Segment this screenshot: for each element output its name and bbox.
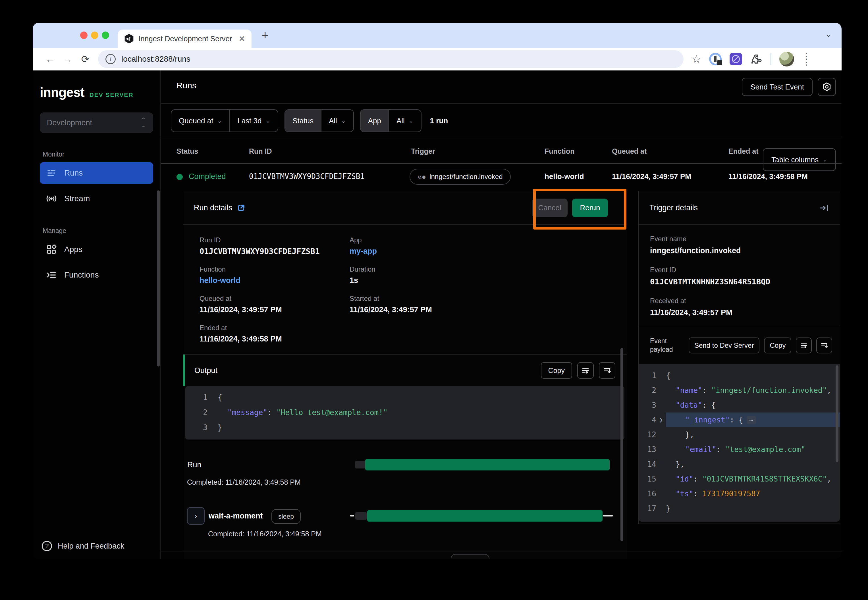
sidebar: inngest DEV SERVER Development ⌃⌄ Monito… bbox=[33, 70, 161, 559]
settings-button[interactable] bbox=[818, 78, 836, 96]
external-link-icon[interactable] bbox=[237, 204, 245, 212]
row-ended-at: 11/16/2024, 3:49:58 PM bbox=[728, 172, 808, 181]
rerun-button[interactable]: Rerun bbox=[572, 198, 608, 217]
output-copy-button[interactable]: Copy bbox=[541, 362, 572, 379]
field-label: Function bbox=[200, 265, 350, 273]
time-range-label: Last 3d bbox=[237, 117, 261, 125]
output-section: Output Copy 1{2"message": "Hello test@ex… bbox=[183, 354, 627, 439]
help-and-feedback[interactable]: ? Help and Feedback bbox=[42, 541, 124, 551]
payload-wrap-text-button[interactable] bbox=[796, 338, 812, 353]
sidebar-item-runs[interactable]: Runs bbox=[40, 162, 153, 184]
timeline-run-bar[interactable] bbox=[365, 459, 610, 470]
toolbar-separator bbox=[771, 53, 771, 65]
send-test-event-button[interactable]: Send Test Event bbox=[742, 78, 813, 96]
timeline-step-bar[interactable] bbox=[367, 510, 602, 521]
code-line: 3"data": { bbox=[639, 398, 840, 412]
sidebar-item-stream[interactable]: Stream bbox=[40, 188, 153, 209]
collapse-panel-icon[interactable] bbox=[819, 203, 829, 213]
sidebar-item-functions[interactable]: Functions bbox=[40, 264, 153, 286]
bookmark-star-icon[interactable]: ☆ bbox=[692, 53, 701, 65]
app-filter-label: App bbox=[361, 110, 388, 132]
purple-extension-icon[interactable] bbox=[730, 53, 742, 65]
filter-bar: Queued at⌄ Last 3d⌄ Status All⌄ App All⌄… bbox=[161, 109, 842, 132]
timeline-step-stub bbox=[355, 512, 367, 520]
environment-label: Development bbox=[47, 118, 92, 127]
browser-window: Inngest Development Server ✕ + ⌄ ← → ⟳ i… bbox=[33, 23, 842, 559]
event-payload-code-block: 1{2"name": "inngest/function.invoked",3"… bbox=[639, 364, 840, 521]
forward-icon[interactable]: → bbox=[59, 54, 76, 65]
window-zoom-button[interactable] bbox=[102, 32, 109, 39]
table-row[interactable]: Completed 01JCVBTMV3WXY9D3CFDEJFZSB1 «● … bbox=[161, 164, 842, 189]
send-to-dev-server-button[interactable]: Send to Dev Server bbox=[689, 338, 759, 353]
run-details-panel: Run details Cancel Rerun Run ID01JCVBTMV… bbox=[183, 191, 627, 559]
browser-tab[interactable]: Inngest Development Server ✕ bbox=[118, 30, 252, 48]
collapsed-chevron-icon[interactable]: ❯ bbox=[656, 417, 666, 423]
password-manager-extension-icon[interactable] bbox=[709, 53, 722, 65]
site-info-icon[interactable]: i bbox=[105, 54, 116, 64]
wrap-text-button[interactable] bbox=[577, 362, 594, 379]
new-tab-button[interactable]: + bbox=[262, 29, 268, 42]
sidebar-item-label: Runs bbox=[64, 168, 83, 177]
expand-lines-button[interactable] bbox=[599, 362, 615, 379]
sidebar-item-apps[interactable]: Apps bbox=[40, 239, 153, 260]
function-link[interactable]: hello-world bbox=[200, 276, 350, 285]
code-line: 16"ts": 1731790197587 bbox=[639, 486, 840, 501]
time-range-dropdown[interactable]: Last 3d⌄ bbox=[229, 110, 278, 132]
code-line: 17} bbox=[639, 501, 840, 516]
load-more-button[interactable] bbox=[451, 554, 489, 559]
run-details-title: Run details bbox=[194, 203, 232, 212]
code-line: 1{ bbox=[639, 368, 840, 383]
chevron-down-icon: ⌄ bbox=[341, 117, 346, 124]
row-queued-at: 11/16/2024, 3:49:57 PM bbox=[612, 172, 691, 181]
dev-server-badge: DEV SERVER bbox=[90, 91, 134, 98]
code-line: 15"id": "01JCVBTMTKR41S8STTKEXSKX6C", bbox=[639, 471, 840, 486]
trigger-badge[interactable]: «● inngest/function.invoked bbox=[410, 169, 511, 185]
sidebar-item-label: Apps bbox=[64, 245, 82, 254]
browser-menu-icon[interactable]: ⋮⋮⋮ bbox=[802, 55, 810, 64]
send-test-event-label: Send Test Event bbox=[750, 83, 804, 91]
environment-selector[interactable]: Development ⌃⌄ bbox=[40, 112, 153, 133]
event-id-value: 01JCVBTMTKNHNHZ3SN64R51BQD bbox=[650, 277, 829, 286]
field-label: Event ID bbox=[650, 266, 829, 274]
scrollbar-thumb[interactable] bbox=[157, 190, 160, 367]
row-status: Completed bbox=[189, 172, 226, 181]
tab-search-chevron-icon[interactable]: ⌄ bbox=[826, 30, 832, 39]
app-link[interactable]: my-app bbox=[350, 247, 627, 256]
back-icon[interactable]: ← bbox=[41, 54, 59, 65]
unfold-lines-icon bbox=[820, 341, 828, 349]
reload-icon[interactable]: ⟳ bbox=[76, 53, 94, 65]
step-kind-label: sleep bbox=[278, 513, 294, 520]
expand-step-button[interactable]: › bbox=[187, 507, 205, 525]
payload-copy-button[interactable]: Copy bbox=[764, 338, 791, 353]
window-close-button[interactable] bbox=[80, 32, 88, 39]
code-line: 12}, bbox=[639, 427, 840, 442]
row-run-id: 01JCVBTMV3WXY9D3CFDEJFZSB1 bbox=[249, 172, 365, 181]
time-field-dropdown[interactable]: Queued at⌄ bbox=[171, 110, 229, 132]
scrollbar-thumb[interactable] bbox=[621, 348, 623, 541]
chevron-down-icon: ⌄ bbox=[266, 117, 270, 124]
chevron-down-icon: ⌄ bbox=[409, 117, 414, 124]
duration-value: 1s bbox=[350, 276, 627, 285]
wrap-text-icon bbox=[581, 366, 590, 375]
address-bar[interactable]: i localhost:8288/runs bbox=[98, 50, 684, 68]
code-line: 4❯"_inngest": {⋯ bbox=[639, 412, 840, 427]
timeline-run-label: Run bbox=[187, 461, 202, 469]
time-field-label: Queued at bbox=[179, 117, 213, 125]
timeline-tick bbox=[603, 515, 613, 517]
app-filter-dropdown[interactable]: All⌄ bbox=[388, 110, 421, 132]
time-filter-group: Queued at⌄ Last 3d⌄ bbox=[171, 109, 278, 132]
run-details-fields: Run ID01JCVBTMV3WXY9D3CFDEJFZSB1 Appmy-a… bbox=[183, 225, 627, 344]
avatar[interactable] bbox=[779, 52, 794, 67]
ended-at-value: 11/16/2024, 3:49:58 PM bbox=[200, 335, 350, 344]
status-filter-dropdown[interactable]: All⌄ bbox=[321, 110, 353, 132]
help-icon: ? bbox=[42, 541, 52, 551]
table-header: Status Run ID Trigger Function Queued at… bbox=[161, 139, 842, 164]
payload-expand-lines-button[interactable] bbox=[816, 338, 832, 353]
cancel-button[interactable]: Cancel bbox=[532, 198, 568, 217]
window-minimize-button[interactable] bbox=[91, 32, 98, 39]
code-line: 2"message": "Hello test@example.com!" bbox=[185, 405, 624, 420]
extensions-puzzle-icon[interactable] bbox=[750, 53, 763, 65]
scrollbar-thumb[interactable] bbox=[836, 365, 838, 462]
inngest-logo: inngest bbox=[40, 85, 84, 100]
tab-close-icon[interactable]: ✕ bbox=[239, 34, 245, 44]
